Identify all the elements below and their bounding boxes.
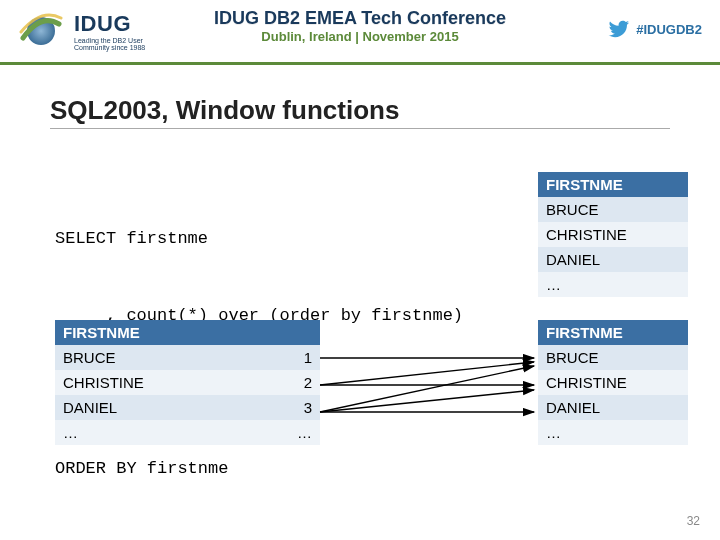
table-cell: BRUCE (538, 197, 688, 222)
table-cell: 3 (224, 395, 320, 420)
table-cell: DANIEL (538, 395, 688, 420)
table-cell: 2 (224, 370, 320, 395)
hashtag-block: #IDUGDB2 (608, 18, 702, 40)
source-table-bottom: FIRSTNME BRUCE CHRISTINE DANIEL … (538, 320, 688, 445)
page-number: 32 (687, 514, 700, 528)
result-table: FIRSTNME BRUCE1 CHRISTINE2 DANIEL3 …… (55, 320, 320, 445)
table-cell: … (538, 272, 688, 297)
table-cell: DANIEL (55, 395, 224, 420)
table-cell: BRUCE (538, 345, 688, 370)
sql-line: SELECT firstnme (55, 226, 463, 252)
slide-header: IDUG Leading the DB2 User Community sinc… (0, 0, 720, 65)
table-cell: … (224, 420, 320, 445)
twitter-icon (608, 18, 630, 40)
table-cell: CHRISTINE (55, 370, 224, 395)
table-cell: CHRISTINE (538, 222, 688, 247)
slide-title: SQL2003, Window functions (50, 95, 720, 126)
table-cell: 1 (224, 345, 320, 370)
title-underline (50, 128, 670, 129)
column-header: FIRSTNME (538, 172, 688, 197)
sql-line: ORDER BY firstnme (55, 456, 463, 482)
table-cell: … (55, 420, 224, 445)
column-header (224, 320, 320, 345)
hashtag-text: #IDUGDB2 (636, 22, 702, 37)
column-header: FIRSTNME (538, 320, 688, 345)
table-cell: CHRISTINE (538, 370, 688, 395)
column-header: FIRSTNME (55, 320, 224, 345)
table-cell: DANIEL (538, 247, 688, 272)
source-table-top: FIRSTNME BRUCE CHRISTINE DANIEL … (538, 172, 688, 297)
table-cell: BRUCE (55, 345, 224, 370)
table-cell: … (538, 420, 688, 445)
org-tagline-2: Community since 1988 (74, 44, 145, 51)
